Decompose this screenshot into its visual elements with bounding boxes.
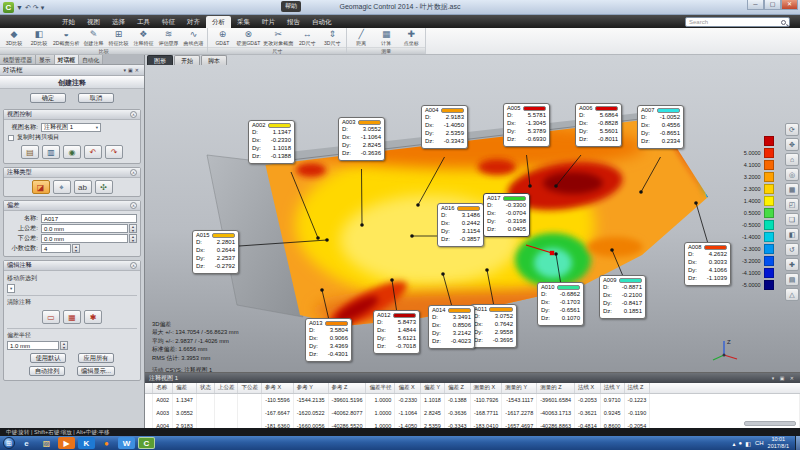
tray-icon[interactable]: ◧ <box>745 440 751 447</box>
cancel-button[interactable]: 取消 <box>78 93 114 103</box>
redo-icon[interactable]: ↷ <box>33 2 39 13</box>
w-app-icon[interactable]: W <box>118 437 135 449</box>
ribbon-tab-对齐[interactable]: 对齐 <box>181 16 206 28</box>
clear-all-icon[interactable]: ✱ <box>84 310 102 324</box>
viewport-tab-图形[interactable]: 图形 <box>147 55 173 65</box>
k-app-icon[interactable]: K <box>78 437 95 449</box>
panel-tab-显示[interactable]: 显示 <box>36 55 55 64</box>
spinner-icon[interactable]: ▲▼ <box>60 341 68 350</box>
column-header[interactable]: 测量的 Z <box>537 383 575 393</box>
column-header[interactable]: 参考 X <box>261 383 293 393</box>
search-input[interactable]: Search <box>685 17 790 27</box>
use-default-button[interactable]: 使用默认 <box>30 353 66 363</box>
close-button[interactable]: ✕ <box>781 0 798 10</box>
column-header[interactable]: 测量的 X <box>470 383 502 393</box>
ribbon-button[interactable]: ◧2D比较 <box>27 29 51 46</box>
panel-tab-模型管理器[interactable]: 模型管理器 <box>0 55 36 64</box>
table-row[interactable]: A0021.1347-110.5596-1544.2135-39601.5196… <box>145 393 800 406</box>
column-header[interactable]: 偏差 X <box>395 383 421 393</box>
firefox-icon[interactable]: ● <box>98 437 115 449</box>
ribbon-button[interactable]: ≋评估壁厚 <box>156 29 180 46</box>
ribbon-button[interactable]: ⊞特征比较 <box>106 29 130 46</box>
column-header[interactable]: 偏差 Y <box>421 383 445 393</box>
column-header[interactable]: 状态 <box>196 383 214 393</box>
explorer-icon[interactable]: ▨ <box>38 437 55 449</box>
lower-tolerance-field[interactable]: 0.0 mm <box>41 234 128 243</box>
ok-button[interactable]: 确定 <box>30 93 66 103</box>
auto-arrange-button[interactable]: 自动排列 <box>29 366 65 376</box>
3d-viewport[interactable]: 图形开始脚本 A002D:1.1347Dx:-0.2330Dy:1.1018Dz… <box>145 55 800 372</box>
ribbon-button[interactable]: ╱距离 <box>349 29 373 46</box>
column-header[interactable]: 偏差 Z <box>444 383 470 393</box>
collapse-icon[interactable]: ∧ <box>130 262 137 269</box>
ribbon-button[interactable]: ◒2D截面分析 <box>52 29 80 46</box>
pin-icon[interactable]: ▣ <box>128 67 135 73</box>
column-header[interactable]: 测量的 Y <box>502 383 537 393</box>
spinner-icon[interactable]: ▲▼ <box>129 234 137 243</box>
panel-close-icon[interactable]: ✕ <box>135 67 141 73</box>
spinner-icon[interactable]: ▲▼ <box>129 224 137 233</box>
grid-icon[interactable]: ▦ <box>785 183 799 196</box>
column-header[interactable]: 名称 <box>153 383 173 393</box>
collapse-icon[interactable]: ∧ <box>130 202 137 209</box>
panel-tab-对话框[interactable]: 对话框 <box>55 55 79 64</box>
table-row[interactable]: A0042.9183-181.6360-1660.0056-40286.5520… <box>145 419 800 428</box>
geomagic-icon[interactable]: C <box>138 437 155 449</box>
ribbon-tab-叶片[interactable]: 叶片 <box>256 16 281 28</box>
app-logo-icon[interactable]: C <box>3 2 14 13</box>
column-header[interactable]: 法线 X <box>575 383 601 393</box>
maximize-button[interactable]: ▢ <box>764 0 781 10</box>
start-button[interactable]: ⊞ <box>3 437 15 449</box>
column-header[interactable]: 法线 Z <box>624 383 650 393</box>
edit-display-button[interactable]: 编辑显示... <box>77 366 115 376</box>
view-save-icon[interactable]: ▥ <box>42 145 60 159</box>
zoom-fit-icon[interactable]: ◎ <box>785 168 799 181</box>
ribbon-button[interactable]: ∿曲线色谱 <box>181 29 205 46</box>
taskbar-clock[interactable]: 10:01 2017/8/1 <box>768 436 789 449</box>
row-selector-cell[interactable] <box>145 406 153 419</box>
ribbon-tab-分析[interactable]: 分析 <box>206 16 231 28</box>
ribbon-tab-自动化[interactable]: 自动化 <box>306 16 338 28</box>
clear-selected-icon[interactable]: ▭ <box>42 310 60 324</box>
ribbon-button[interactable]: ✎创建注释 <box>81 29 105 46</box>
feature-annotation-icon[interactable]: ✣ <box>95 180 113 194</box>
ribbon-button[interactable]: ✚点坐标 <box>399 29 423 46</box>
viewport-tab-开始[interactable]: 开始 <box>174 55 200 65</box>
text-annotation-icon[interactable]: ab <box>74 180 92 194</box>
ribbon-button[interactable]: ◆3D比较 <box>2 29 26 46</box>
pan-view-icon[interactable]: ✥ <box>785 138 799 151</box>
table-row[interactable]: A0033.0552-167.6647-1620.0522-40062.8077… <box>145 406 800 419</box>
ribbon-tab-工具[interactable]: 工具 <box>131 16 156 28</box>
view-capture-icon[interactable]: ◉ <box>63 145 81 159</box>
rotate-view-icon[interactable]: ⟳ <box>785 123 799 136</box>
table-close-icon[interactable]: ✕ <box>790 375 796 381</box>
view-restore-icon[interactable]: ↶ <box>84 145 102 159</box>
ribbon-button[interactable]: ❖注释特征 <box>131 29 155 46</box>
column-header[interactable]: 下公差 <box>238 383 262 393</box>
column-header[interactable]: 上公差 <box>214 383 238 393</box>
ribbon-tab-特征[interactable]: 特征 <box>156 16 181 28</box>
view-cube-icon[interactable]: ◰ <box>785 198 799 211</box>
clear-view-icon[interactable]: ▦ <box>63 310 81 324</box>
table-menu-icon[interactable]: ▾ <box>772 375 777 381</box>
column-header[interactable]: 偏差 <box>173 383 197 393</box>
qat-dropdown-icon[interactable]: ▾ <box>41 2 45 13</box>
column-header[interactable]: 法线 Y <box>600 383 624 393</box>
tray-icon[interactable]: ▴ <box>733 440 736 447</box>
language-indicator[interactable]: CH <box>755 440 764 446</box>
search-icon[interactable] <box>781 20 786 25</box>
ribbon-button[interactable]: ✂更改对象截面 <box>262 29 294 46</box>
undo-view-icon[interactable]: ↺ <box>785 243 799 256</box>
viewport-tab-脚本[interactable]: 脚本 <box>201 55 227 65</box>
shade-mode-icon[interactable]: ◧ <box>785 228 799 241</box>
tray-icon[interactable]: ● <box>739 440 743 447</box>
spinner-icon[interactable]: ▲▼ <box>72 244 80 253</box>
minimize-button[interactable]: ─ <box>747 0 764 10</box>
help-button[interactable]: 帮助 <box>281 1 301 12</box>
panel-tab-自动化[interactable]: 自动化 <box>79 55 103 64</box>
table-pin-icon[interactable]: ▣ <box>780 375 787 381</box>
collapse-icon[interactable]: ∧ <box>130 111 137 118</box>
ribbon-button[interactable]: ↔2D尺寸 <box>295 29 319 46</box>
ribbon-tab-视图[interactable]: 视图 <box>81 16 106 28</box>
view-apply-icon[interactable]: ↷ <box>105 145 123 159</box>
